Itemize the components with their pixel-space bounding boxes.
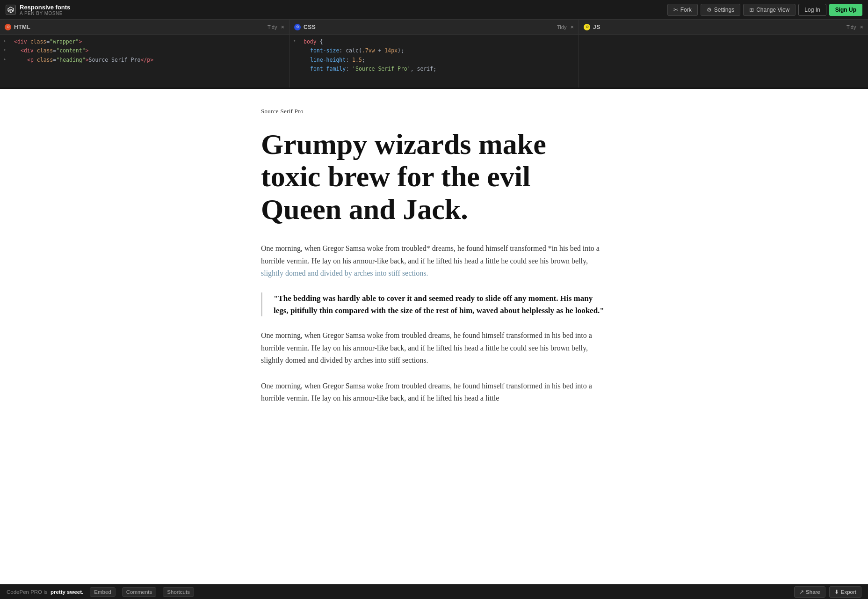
fork-button[interactable]: ✂ Fork: [667, 4, 698, 16]
svg-line-1: [8, 8, 11, 10]
js-panel-title: JS: [593, 24, 600, 30]
svg-line-2: [11, 8, 14, 10]
pro-text-bold: pretty sweet.: [51, 589, 83, 595]
fork-label: Fork: [680, 7, 692, 13]
preview-content: Source Serif Pro Grumpy wizards make tox…: [242, 89, 626, 446]
pro-text: CodePen PRO is pretty sweet.: [7, 589, 83, 595]
signup-button[interactable]: Sign Up: [829, 4, 862, 16]
bottom-bar: CodePen PRO is pretty sweet. Embed Comme…: [0, 584, 868, 599]
css-panel: ⚙ CSS Tidy × ▾ body { font-size: calc(.7…: [289, 20, 579, 88]
css-line-4: font-family: 'Source Serif Pro', serif;: [310, 66, 436, 72]
html-tidy-button[interactable]: Tidy: [268, 24, 277, 30]
comments-button[interactable]: Comments: [122, 587, 157, 597]
line-arrow: ▸: [4, 56, 6, 63]
signup-label: Sign Up: [835, 7, 856, 13]
preview-paragraph-2: One morning, when Gregor Samsa woke from…: [261, 329, 607, 366]
pro-text-before: CodePen PRO is: [7, 589, 48, 595]
css-header-left: ⚙ CSS: [294, 24, 316, 30]
code-line: ▸ <div class="content">: [0, 46, 289, 55]
share-button[interactable]: ↗ Share: [794, 586, 825, 598]
code-line: font-size: calc(.7vw + 14px);: [289, 46, 579, 55]
js-tidy-button[interactable]: Tidy: [846, 24, 856, 30]
js-icon: ⚙: [584, 24, 590, 30]
change-view-label: Change View: [756, 7, 789, 13]
pen-title: Responsive fonts: [20, 4, 70, 11]
code-line: ▸ <div class="wrapper">: [0, 37, 289, 46]
css-line-1: body {: [304, 38, 323, 45]
login-label: Log In: [804, 7, 820, 13]
pen-info: Responsive fonts A PEN BY Mosne: [20, 4, 70, 16]
nav-left: Responsive fonts A PEN BY Mosne: [6, 4, 70, 16]
html-icon: ⚙: [5, 24, 11, 30]
top-navigation: Responsive fonts A PEN BY Mosne ✂ Fork ⚙…: [0, 0, 868, 20]
html-header-right: Tidy ×: [268, 24, 284, 30]
code-line: ▾ body {: [289, 37, 579, 46]
settings-label: Settings: [714, 7, 734, 13]
svg-line-5: [11, 10, 14, 11]
share-icon: ↗: [799, 589, 804, 595]
css-icon: ⚙: [294, 24, 301, 30]
css-line-2: font-size: calc(.7vw + 14px);: [310, 47, 404, 54]
line-arrow: ▸: [4, 38, 6, 44]
shortcuts-button[interactable]: Shortcuts: [163, 587, 194, 597]
preview-paragraph-3: One morning, when Gregor Samsa woke from…: [261, 380, 607, 405]
embed-button[interactable]: Embed: [90, 587, 115, 597]
preview-heading: Grumpy wizards make toxic brew for the e…: [261, 128, 607, 226]
css-panel-header: ⚙ CSS Tidy ×: [289, 20, 579, 35]
fork-icon: ✂: [673, 7, 678, 13]
html-line-3: <p class="heading">Source Serif Pro</p>: [27, 57, 153, 63]
bottom-bar-left: CodePen PRO is pretty sweet. Embed Comme…: [7, 587, 194, 597]
preview-paragraph-1: One morning, when Gregor Samsa woke from…: [261, 242, 607, 279]
export-button[interactable]: ⬇ Export: [829, 586, 861, 598]
svg-line-4: [8, 10, 11, 11]
preview-area: Source Serif Pro Grumpy wizards make tox…: [0, 89, 868, 584]
code-line: ▸ <p class="heading">Source Serif Pro</p…: [0, 56, 289, 65]
css-close-button[interactable]: ×: [570, 24, 574, 30]
bottom-bar-right: ↗ Share ⬇ Export: [794, 586, 861, 598]
codepen-logo: [6, 5, 16, 15]
export-label: Export: [841, 589, 856, 595]
line-arrow: ▾: [293, 38, 296, 44]
html-line-1: <div class="wrapper">: [14, 38, 82, 45]
login-button[interactable]: Log In: [798, 4, 826, 16]
html-panel-title: HTML: [14, 24, 30, 30]
css-editor-content[interactable]: ▾ body { font-size: calc(.7vw + 14px); l…: [289, 35, 579, 88]
html-line-2: <div class="content">: [21, 47, 88, 54]
settings-icon: ⚙: [707, 7, 712, 13]
js-panel-header: ⚙ JS Tidy ×: [579, 20, 868, 35]
paragraph-highlight: slightly domed and divided by arches int…: [261, 269, 428, 277]
css-tidy-button[interactable]: Tidy: [557, 24, 566, 30]
share-label: Share: [806, 589, 820, 595]
html-panel-header: ⚙ HTML Tidy ×: [0, 20, 289, 35]
html-resize-handle[interactable]: [287, 20, 289, 88]
css-line-3: line-height: 1.5;: [310, 57, 365, 63]
css-resize-handle[interactable]: [577, 20, 579, 88]
font-label: Source Serif Pro: [261, 108, 607, 115]
css-header-right: Tidy ×: [557, 24, 574, 30]
settings-button[interactable]: ⚙ Settings: [701, 4, 740, 16]
change-view-icon: ⊞: [749, 7, 754, 13]
nav-right: ✂ Fork ⚙ Settings ⊞ Change View Log In S…: [667, 4, 862, 16]
js-header-right: Tidy ×: [846, 24, 863, 30]
export-icon: ⬇: [834, 589, 839, 595]
css-panel-title: CSS: [304, 24, 316, 30]
html-editor-content[interactable]: ▸ <div class="wrapper"> ▸ <div class="co…: [0, 35, 289, 88]
js-close-button[interactable]: ×: [860, 24, 863, 30]
html-header-left: ⚙ HTML: [5, 24, 30, 30]
js-editor-content[interactable]: [579, 35, 868, 88]
code-line: line-height: 1.5;: [289, 56, 579, 65]
line-arrow: ▸: [4, 47, 6, 53]
code-line: font-family: 'Source Serif Pro', serif;: [289, 65, 579, 73]
html-close-button[interactable]: ×: [281, 24, 284, 30]
pen-subtitle: A PEN BY Mosne: [20, 11, 70, 16]
editor-panels: ⚙ HTML Tidy × ▸ <div class="wrapper"> ▸ …: [0, 20, 868, 89]
js-header-left: ⚙ JS: [584, 24, 600, 30]
html-panel: ⚙ HTML Tidy × ▸ <div class="wrapper"> ▸ …: [0, 20, 289, 88]
paragraph-1-text: One morning, when Gregor Samsa woke from…: [261, 244, 600, 277]
change-view-button[interactable]: ⊞ Change View: [743, 4, 796, 16]
preview-blockquote: "The bedding was hardly able to cover it…: [261, 292, 607, 316]
js-panel: ⚙ JS Tidy ×: [579, 20, 868, 88]
